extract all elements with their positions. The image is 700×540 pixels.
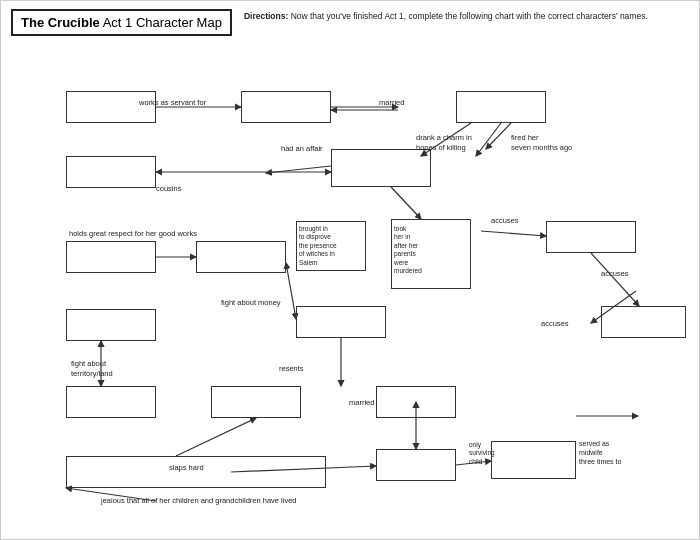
char-box-p [376,386,456,418]
label-slaps-hard: slaps hard [169,463,204,472]
title-bold: The Crucible [21,15,100,30]
char-box-s [491,441,576,479]
label-resents: resents [279,364,304,373]
char-box-c [456,91,546,123]
label-had-affair: had an affair [281,144,323,153]
char-box-m [601,306,686,338]
char-box-a [66,91,156,123]
char-box-q [66,456,326,488]
label-brought-in: brought in to disprove the presence of w… [299,225,337,267]
char-box-r [376,449,456,481]
char-box-b [241,91,331,123]
svg-line-21 [476,123,501,156]
label-fight-territory: fight about territory/land [71,359,113,379]
svg-line-8 [481,231,546,236]
label-served-midwife: served as midwife three times to [579,439,621,466]
label-fight-money: fight about money [221,298,281,307]
label-holds-great-respect: holds great respect for her good works [69,229,197,238]
label-married-top: married [379,98,404,107]
label-accuses-2: accuses [601,269,629,278]
label-accuses-1: accuses [491,216,519,225]
svg-line-20 [391,187,421,219]
label-drank-charm: drank a charm in hopes of killing [416,133,472,153]
svg-line-11 [286,263,296,319]
char-box-e [331,149,431,187]
svg-line-15 [176,418,256,456]
char-box-k [66,309,156,341]
page-container: The Crucible Act 1 Character Map Directi… [0,0,700,540]
label-works-servant-top: works as servant for [139,98,206,107]
label-cousins: cousins [156,184,181,193]
svg-line-5 [486,123,511,149]
title-rest: Act 1 Character Map [100,15,222,30]
svg-line-3 [266,166,331,173]
label-accuses-3: accuses [541,319,569,328]
char-box-f [66,241,156,273]
label-only-surviving: only surviving child [469,441,495,466]
title-box: The Crucible Act 1 Character Map [11,9,232,36]
label-married-bottom: married [349,398,374,407]
char-box-d [66,156,156,188]
char-box-n [66,386,156,418]
directions-text: Directions: Now that you've finished Act… [244,9,648,22]
label-jealous: jealous that all of her children and gra… [101,496,297,505]
label-fired-her: fired her seven months ago [511,133,572,153]
label-took-her-in: took her in after her parents were murde… [394,225,422,276]
char-box-o [211,386,301,418]
char-box-l [296,306,386,338]
char-box-j [546,221,636,253]
char-box-g [196,241,286,273]
svg-line-9 [591,253,639,306]
header: The Crucible Act 1 Character Map Directi… [11,9,689,36]
